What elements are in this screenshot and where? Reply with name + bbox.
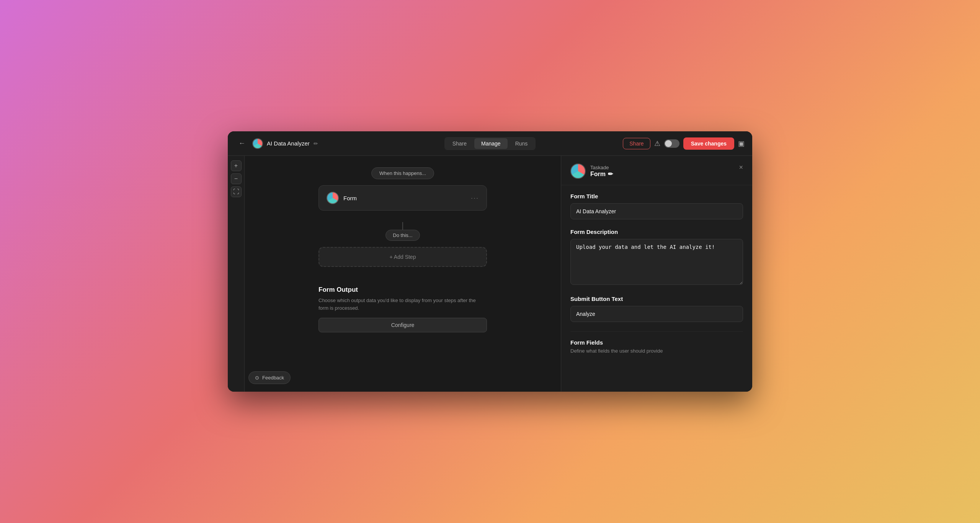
form-output-desc: Choose which output data you'd like to d… — [318, 297, 487, 312]
do-this-pill[interactable]: Do this... — [385, 230, 420, 241]
tab-runs[interactable]: Runs — [508, 138, 535, 149]
form-node-menu[interactable]: ··· — [471, 194, 479, 202]
panel-header-info: Taskade Form ✏ — [590, 165, 613, 178]
form-description-group: Form Description Upload your data and le… — [570, 229, 743, 286]
panel-form-edit-icon[interactable]: ✏ — [608, 170, 613, 178]
form-output-title: Form Output — [318, 286, 487, 294]
form-title-label: Form Title — [570, 193, 743, 199]
form-title-input[interactable] — [570, 203, 743, 219]
back-button[interactable]: ← — [235, 138, 248, 149]
zoom-out-button[interactable]: − — [231, 173, 242, 184]
header-left: ← AI Data Analyzer ✏ — [235, 138, 444, 149]
share-button[interactable]: Share — [623, 138, 650, 149]
add-step-label: + Add Step — [390, 254, 416, 260]
form-fields-desc: Define what fields the user should provi… — [570, 348, 743, 354]
submit-button-label: Submit Button Text — [570, 296, 743, 302]
app-window: ← AI Data Analyzer ✏ Share Manage Runs S… — [228, 131, 752, 392]
form-output-section: Form Output Choose which output data you… — [318, 286, 487, 332]
trigger-pill[interactable]: When this happens... — [371, 167, 434, 179]
form-node-label: Form — [343, 195, 357, 201]
connector-1 — [402, 222, 403, 230]
taskade-logo — [570, 163, 586, 179]
form-node-icon — [327, 192, 339, 204]
edit-title-icon[interactable]: ✏ — [314, 141, 318, 147]
header-tabs: Share Manage Runs — [444, 137, 536, 150]
app-title: AI Data Analyzer — [267, 140, 310, 147]
panel-form-name: Form ✏ — [590, 170, 613, 178]
panel-toggle-button[interactable]: ▣ — [738, 139, 745, 148]
tab-manage[interactable]: Manage — [474, 138, 508, 149]
canvas-area: When this happens... Form ··· Do this...… — [245, 156, 561, 392]
main-content: + − ⛶ When this happens... Form ··· Do t… — [228, 156, 752, 392]
tab-share[interactable]: Share — [446, 138, 474, 149]
canvas-content: When this happens... Form ··· Do this...… — [245, 156, 561, 344]
form-fields-section: Form Fields Define what fields the user … — [570, 331, 743, 354]
alert-icon-button[interactable]: ⚠ — [654, 139, 660, 148]
form-description-label: Form Description — [570, 229, 743, 235]
panel-header-left: Taskade Form ✏ — [570, 163, 613, 179]
panel-app-name: Taskade — [590, 165, 613, 170]
feedback-icon: ⊙ — [255, 375, 259, 381]
submit-button-group: Submit Button Text — [570, 296, 743, 322]
zoom-in-button[interactable]: + — [231, 160, 242, 171]
toggle-switch[interactable] — [664, 139, 679, 148]
panel-close-button[interactable]: × — [739, 163, 743, 172]
right-panel: Taskade Form ✏ × Form Title Form Descrip… — [561, 156, 752, 392]
fullscreen-button[interactable]: ⛶ — [231, 186, 242, 197]
header: ← AI Data Analyzer ✏ Share Manage Runs S… — [228, 131, 752, 156]
header-right: Share ⚠ Save changes ▣ — [536, 137, 745, 150]
panel-header: Taskade Form ✏ × — [561, 156, 752, 185]
form-title-group: Form Title — [570, 193, 743, 219]
form-node[interactable]: Form ··· — [318, 185, 487, 211]
app-icon — [252, 138, 263, 149]
form-description-textarea[interactable]: Upload your data and let the AI analyze … — [570, 239, 743, 285]
configure-button[interactable]: Configure — [318, 318, 487, 332]
zoom-controls: + − ⛶ — [228, 156, 245, 392]
panel-body: Form Title Form Description Upload your … — [561, 185, 752, 361]
save-changes-button[interactable]: Save changes — [683, 137, 734, 150]
form-fields-title: Form Fields — [570, 339, 743, 346]
form-node-left: Form — [327, 192, 357, 204]
feedback-label: Feedback — [262, 375, 284, 381]
add-step-button[interactable]: + Add Step — [318, 247, 487, 267]
feedback-button[interactable]: ⊙ Feedback — [248, 371, 291, 384]
submit-button-input[interactable] — [570, 306, 743, 322]
